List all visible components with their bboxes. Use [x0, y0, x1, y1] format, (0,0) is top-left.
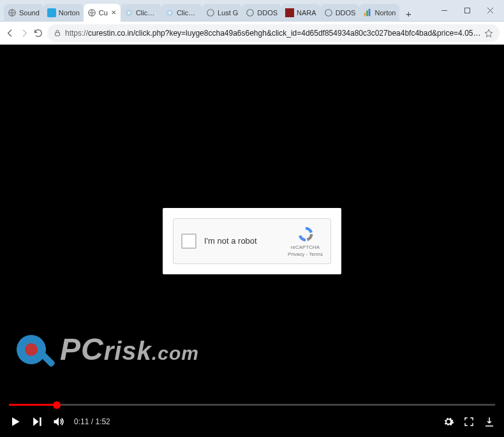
reload-button[interactable]	[33, 24, 43, 42]
globe-icon	[246, 8, 255, 17]
bookmark-star-icon[interactable]	[484, 29, 493, 38]
tab-label: Norton	[374, 9, 396, 17]
svg-rect-13	[369, 8, 371, 15]
gear-icon	[165, 8, 174, 17]
recaptcha-label: I'm not a robot	[204, 236, 280, 246]
tab-lust[interactable]: Lust G	[202, 4, 242, 22]
tab-norton1[interactable]: Norton	[43, 4, 84, 22]
forward-button[interactable]	[19, 24, 29, 42]
svg-point-4	[128, 11, 130, 14]
tab-nara[interactable]: NARA	[281, 4, 320, 22]
address-url: https://curestin.co.in/click.php?key=luy…	[65, 29, 480, 38]
tab-label: Sound	[19, 9, 40, 17]
svg-rect-12	[367, 10, 369, 16]
play-button[interactable]	[9, 415, 22, 428]
fullscreen-button[interactable]	[463, 416, 475, 427]
shield-icon	[47, 8, 56, 17]
recaptcha-checkbox[interactable]	[181, 233, 196, 249]
time-display: 0:11 / 1:52	[74, 417, 110, 426]
window-titlebar: Sound Norton Cu ✕ Click & Click & Lust G…	[0, 0, 504, 22]
svg-rect-15	[56, 33, 60, 36]
svg-point-10	[325, 9, 332, 16]
tab-click1[interactable]: Click &	[121, 4, 161, 22]
download-video-icon[interactable]	[484, 416, 495, 427]
tab-norton2[interactable]: Norton	[359, 4, 399, 22]
time-current: 0:11	[74, 417, 89, 426]
globe-icon	[8, 8, 17, 17]
recaptcha-widget: I'm not a robot reCAPTCHA Privacy - Term…	[173, 218, 331, 264]
progress-scrubber[interactable]	[53, 401, 61, 409]
svg-point-8	[247, 9, 254, 16]
tab-label: Lust G	[218, 9, 238, 17]
browser-tabs: Sound Norton Cu ✕ Click & Click & Lust G…	[0, 0, 430, 22]
tab-label: Norton	[59, 9, 80, 17]
globe-icon	[87, 8, 96, 17]
settings-gear-icon[interactable]	[443, 416, 454, 427]
close-icon[interactable]: ✕	[110, 10, 117, 16]
browser-toolbar: https://curestin.co.in/click.php?key=luy…	[0, 22, 504, 45]
tab-label: DDOS	[336, 9, 356, 17]
recaptcha-card: I'm not a robot reCAPTCHA Privacy - Term…	[163, 208, 341, 274]
tab-label: Click &	[177, 9, 198, 17]
tab-click2[interactable]: Click &	[161, 4, 202, 22]
svg-rect-1	[47, 8, 56, 17]
minimize-button[interactable]	[433, 3, 456, 19]
address-bar[interactable]: https://curestin.co.in/click.php?key=luy…	[47, 24, 500, 42]
gear-icon	[124, 8, 133, 17]
close-window-button[interactable]	[478, 3, 501, 19]
square-icon	[285, 8, 294, 17]
back-button[interactable]	[5, 24, 15, 42]
video-player-bar: 0:11 / 1:52	[0, 404, 504, 437]
time-total: 1:52	[95, 417, 110, 426]
tab-ddos1[interactable]: DDOS	[242, 4, 281, 22]
tab-ddos2[interactable]: DDOS	[320, 4, 360, 22]
maximize-button[interactable]	[456, 3, 478, 19]
globe-icon	[206, 8, 215, 17]
tab-label: Cu	[99, 9, 108, 17]
tab-label: DDOS	[257, 9, 278, 17]
tab-sound[interactable]: Sound	[4, 4, 43, 22]
svg-point-6	[168, 11, 171, 14]
progress-fill	[9, 404, 57, 406]
watermark-text: PCrisk.com	[60, 332, 199, 367]
recaptcha-legal[interactable]: Privacy - Terms	[288, 251, 323, 257]
watermark-logo-icon	[17, 335, 46, 364]
volume-button[interactable]	[52, 415, 65, 428]
progress-bar[interactable]	[9, 404, 495, 406]
recaptcha-brand: reCAPTCHA Privacy - Terms	[288, 225, 323, 257]
svg-rect-9	[285, 8, 294, 17]
lock-icon	[54, 29, 61, 37]
next-button[interactable]	[31, 415, 43, 428]
globe-icon	[324, 8, 333, 17]
tab-label: NARA	[297, 9, 316, 17]
watermark: PCrisk.com	[17, 332, 199, 367]
svg-point-7	[207, 9, 214, 16]
recaptcha-icon	[297, 225, 315, 243]
svg-rect-11	[364, 13, 366, 16]
bars-icon	[363, 8, 372, 17]
window-controls	[430, 3, 504, 19]
tab-curestin[interactable]: Cu ✕	[84, 4, 121, 22]
recaptcha-brand-text: reCAPTCHA	[291, 244, 320, 250]
tab-label: Click &	[136, 9, 158, 17]
new-tab-button[interactable]: +	[401, 6, 416, 22]
page-content: I'm not a robot reCAPTCHA Privacy - Term…	[0, 45, 504, 437]
svg-rect-14	[464, 8, 470, 13]
